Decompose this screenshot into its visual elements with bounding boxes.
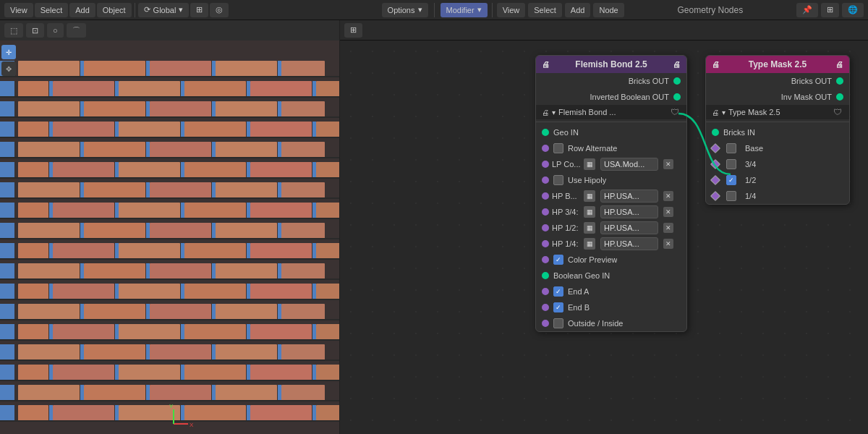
hp-14-row[interactable]: HP 1/4: ▦ HP.USA... ✕ <box>536 236 686 252</box>
use-hipoly-row[interactable]: Use Hipoly <box>536 172 686 188</box>
row-alternate-row[interactable]: Row Alternate <box>536 140 686 156</box>
bool-geo-in-socket[interactable] <box>542 272 549 279</box>
svg-rect-36 <box>53 122 114 137</box>
flemish-bond-node-header[interactable]: 🖨 Flemish Bond 2.5 🖨 <box>536 56 686 73</box>
color-preview-checkbox[interactable] <box>553 255 563 265</box>
vp-circle-select[interactable]: ○ <box>47 23 64 38</box>
svg-rect-121 <box>212 263 216 279</box>
base-row[interactable]: Base <box>706 140 849 156</box>
topbar-divider <box>434 3 435 17</box>
proportional-btn[interactable]: ◎ <box>210 3 229 17</box>
typemask-inv-out-socket[interactable] <box>836 93 843 101</box>
typemask-bricks-in-socket[interactable] <box>712 129 719 136</box>
svg-rect-154 <box>181 324 184 340</box>
type-mask-node[interactable]: 🖨 Type Mask 2.5 🖨 Bricks OUT Inv Mask OU… <box>705 55 850 205</box>
svg-rect-92 <box>84 223 145 239</box>
one-half-row[interactable]: 1/2 <box>706 172 849 188</box>
typemask-inv-out-label: Inv Mask OUT <box>781 93 832 101</box>
end-a-row[interactable]: End A <box>536 284 686 299</box>
one-quarter-row[interactable]: 1/4 <box>706 188 849 204</box>
hp-12-field[interactable]: HP.USA... <box>600 221 658 234</box>
hp-34-field[interactable]: HP.USA... <box>600 205 658 218</box>
vp-select-btn[interactable]: ⬚ <box>4 23 23 38</box>
three-quarter-row[interactable]: 3/4 <box>706 156 849 172</box>
add-menu-btn[interactable]: Add <box>69 3 95 17</box>
node-type-btn[interactable]: ⊞ <box>344 23 362 38</box>
end-a-checkbox[interactable] <box>553 286 563 297</box>
hp-12-row[interactable]: HP 1/2: ▦ HP.USA... ✕ <box>536 220 686 236</box>
node-add-menu[interactable]: Add <box>565 3 591 17</box>
snap-btn[interactable]: ⊞ <box>190 3 208 17</box>
cursor-tool[interactable]: ✛ <box>1 45 16 59</box>
svg-rect-158 <box>84 344 145 360</box>
svg-rect-105 <box>250 243 312 259</box>
node-view-menu[interactable]: View <box>497 3 526 17</box>
outside-inside-row[interactable]: Outside / Inside <box>536 315 686 331</box>
flemish-bricks-out-socket[interactable] <box>673 77 681 85</box>
hp-12-socket <box>542 224 549 231</box>
view-menu-btn[interactable]: View <box>4 3 33 17</box>
lp-co-row[interactable]: LP Co... ▦ USA.Mod... ✕ <box>536 156 686 172</box>
typemask-bricks-in-label: Bricks IN <box>723 128 755 137</box>
svg-rect-150 <box>316 324 340 340</box>
geo-in-socket[interactable] <box>542 129 549 136</box>
row-alt-checkbox[interactable] <box>553 143 563 153</box>
end-b-row[interactable]: End B <box>536 299 686 315</box>
use-hipoly-checkbox[interactable] <box>553 175 563 185</box>
svg-rect-62 <box>316 162 340 178</box>
color-preview-label: Color Preview <box>568 255 617 264</box>
flemish-inverted-out-socket[interactable] <box>673 93 681 101</box>
overlay-btn[interactable]: 🌐 <box>842 3 864 17</box>
end-b-checkbox[interactable] <box>553 302 563 312</box>
hp-b-close[interactable]: ✕ <box>663 191 673 201</box>
three-quarter-checkbox[interactable] <box>726 159 736 169</box>
hp-b-row[interactable]: HP B... ▦ HP.USA... ✕ <box>536 188 686 204</box>
lp-co-close[interactable]: ✕ <box>663 159 673 169</box>
vp-box-select[interactable]: ⊡ <box>26 23 44 38</box>
transform-btn[interactable]: ⟳ Global ▾ <box>138 3 190 17</box>
hp-34-close[interactable]: ✕ <box>663 207 673 217</box>
flemish-bond-node[interactable]: 🖨 Flemish Bond 2.5 🖨 Bricks OUT Inverted… <box>535 55 687 332</box>
node-node-menu[interactable]: Node <box>593 3 624 17</box>
svg-rect-83 <box>250 203 312 218</box>
options-btn[interactable]: Options ▾ <box>382 3 428 17</box>
type-mask-node-header[interactable]: 🖨 Type Mask 2.5 🖨 <box>706 56 849 73</box>
one-quarter-checkbox[interactable] <box>726 191 736 201</box>
typemask-bricks-out-socket[interactable] <box>836 77 843 85</box>
hp-b-field[interactable]: HP.USA... <box>600 190 658 203</box>
printer-icon: 🖨 <box>542 60 550 69</box>
object-menu-btn[interactable]: Object <box>97 3 132 17</box>
outside-inside-checkbox[interactable] <box>553 318 563 328</box>
svg-rect-133 <box>247 284 250 299</box>
svg-rect-78 <box>278 182 281 198</box>
select-menu-btn[interactable]: Select <box>35 3 69 17</box>
vp-lasso-select[interactable]: ⌒ <box>67 23 86 38</box>
end-b-label: End B <box>568 303 590 312</box>
snap-node-btn[interactable]: ⊞ <box>821 3 839 17</box>
modifier-btn[interactable]: Modifier ▾ <box>441 3 488 17</box>
svg-rect-99 <box>212 223 216 239</box>
svg-rect-113 <box>18 263 80 279</box>
base-checkbox[interactable] <box>726 143 736 153</box>
color-preview-row[interactable]: Color Preview <box>536 252 686 268</box>
svg-rect-152 <box>49 324 53 340</box>
hp-14-close[interactable]: ✕ <box>663 239 673 249</box>
svg-rect-97 <box>80 223 84 239</box>
move-tool[interactable]: ✥ <box>1 61 16 76</box>
svg-rect-122 <box>278 263 281 279</box>
one-half-checkbox[interactable] <box>726 175 736 185</box>
lp-co-field[interactable]: USA.Mod... <box>600 158 658 171</box>
hp-34-row[interactable]: HP 3/4: ▦ HP.USA... ✕ <box>536 204 686 220</box>
node-select-menu[interactable]: Select <box>528 3 562 17</box>
pin-btn[interactable]: 📌 <box>796 3 818 17</box>
svg-rect-76 <box>146 182 150 198</box>
svg-rect-181 <box>150 385 211 401</box>
base-label: Base <box>745 144 763 153</box>
hp-12-close[interactable]: ✕ <box>663 223 673 233</box>
svg-rect-186 <box>146 385 150 401</box>
hp-14-field[interactable]: HP.USA... <box>600 237 658 250</box>
svg-rect-55 <box>212 142 216 158</box>
node-canvas[interactable]: 🖨 Flemish Bond 2.5 🖨 Bricks OUT Inverted… <box>340 41 868 434</box>
end-b-socket <box>542 304 549 311</box>
svg-rect-137 <box>150 304 211 320</box>
